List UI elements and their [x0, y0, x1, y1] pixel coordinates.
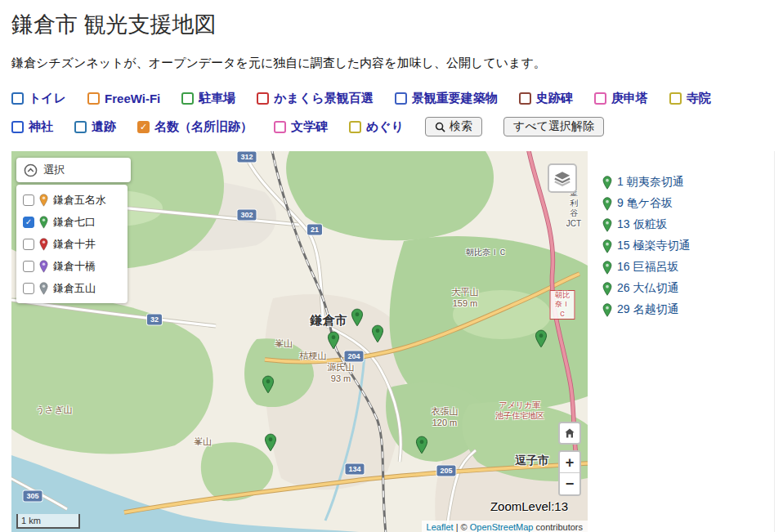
route-label: 29 名越切通	[617, 302, 678, 317]
checkbox[interactable]	[349, 121, 361, 133]
panel-title: 選択	[43, 163, 65, 177]
pin-icon	[602, 218, 612, 232]
map-marker[interactable]	[262, 375, 275, 394]
checkbox[interactable]	[519, 92, 531, 105]
pin-icon	[39, 260, 48, 273]
route-label: 15 極楽寺切通	[617, 239, 690, 253]
filter-label: 文学碑	[291, 119, 328, 135]
filter-parking[interactable]: 駐車場	[181, 91, 235, 106]
filter-freewifi[interactable]: FreeWi-Fi	[87, 92, 160, 105]
clear-selection-button[interactable]: すべて選択解除	[503, 117, 604, 136]
filter-label: 庚申塔	[611, 91, 648, 106]
road-badge: 21	[307, 225, 322, 235]
checkbox[interactable]	[23, 239, 34, 250]
layer-nanakuchi[interactable]: 鎌倉七口	[16, 211, 128, 233]
scale-control: 1 km	[16, 514, 80, 529]
chevron-up-circle-icon	[24, 163, 38, 177]
home-button[interactable]	[558, 422, 581, 445]
map-attribution: Leaflet | © OpenStreetMap contributors	[422, 521, 588, 532]
filter-label: 寺院	[687, 91, 711, 106]
checkbox[interactable]	[23, 194, 34, 206]
map-marker[interactable]	[372, 324, 384, 343]
checkbox[interactable]	[23, 283, 34, 294]
layer-panel-toggle[interactable]: 選択	[16, 158, 131, 182]
checkbox[interactable]	[11, 121, 24, 133]
filter-bar: トイレ FreeWi-Fi 駐車場 かまくら景観百選 景観重要建築物 史跡碑 庚…	[11, 91, 772, 136]
filter-historic-monument[interactable]: 史跡碑	[519, 91, 573, 106]
zoom-out-button[interactable]: −	[560, 473, 579, 494]
filter-label: トイレ	[29, 91, 66, 106]
layers-control[interactable]	[548, 163, 577, 193]
map-marker[interactable]	[328, 331, 340, 350]
route-label: 9 亀ケ谷坂	[617, 196, 673, 211]
road-badge: 302	[237, 210, 256, 221]
zoom-in-button[interactable]: +	[560, 452, 579, 473]
route-item[interactable]: 16 巨福呂坂	[602, 257, 774, 278]
map-label-kamariya-jct: 釜利谷JCT	[566, 188, 581, 229]
layer-jissei[interactable]: 鎌倉十井	[16, 233, 128, 255]
pin-icon	[602, 239, 612, 253]
route-label: 1 朝夷奈切通	[617, 175, 684, 190]
map-label-kikyozan: 桔梗山	[300, 351, 327, 362]
pin-icon	[602, 197, 612, 211]
map-marker[interactable]	[535, 329, 548, 348]
checkbox[interactable]	[137, 121, 150, 133]
checkbox[interactable]	[181, 92, 194, 105]
map-label-usagiyama: うさぎ山	[36, 405, 73, 416]
filter-koshinto[interactable]: 庚申塔	[594, 91, 648, 106]
route-list: 1 朝夷奈切通 9 亀ケ谷坂 13 仮粧坂 15 極楽寺切通 16 巨福呂坂 2…	[602, 151, 775, 532]
page: 鎌倉市 観光支援地図 鎌倉シチズンネットが、オープンデータを元に独自に調査した内…	[0, 0, 783, 532]
route-item[interactable]: 15 極楽寺切通	[602, 235, 774, 257]
filter-label: かまくら景観百選	[274, 91, 373, 106]
route-item[interactable]: 1 朝夷奈切通	[602, 172, 774, 193]
map-label-kamakura: 鎌倉市	[311, 313, 347, 329]
checkbox[interactable]	[23, 261, 34, 272]
filter-meisu[interactable]: 名数（名所旧跡）	[137, 119, 253, 135]
filter-ruins[interactable]: 遺跡	[74, 119, 116, 135]
layer-gozan[interactable]: 鎌倉五山	[16, 277, 128, 299]
osm-link[interactable]: OpenStreetMap	[470, 522, 534, 532]
pin-icon	[39, 282, 48, 295]
filter-meguri[interactable]: めぐり	[349, 119, 404, 135]
route-item[interactable]: 29 名越切通	[602, 299, 774, 320]
checkbox[interactable]	[594, 92, 606, 105]
layer-gomeisui[interactable]: 鎌倉五名水	[16, 189, 128, 211]
checkbox[interactable]	[74, 121, 87, 133]
filter-literary-monument[interactable]: 文学碑	[274, 119, 328, 135]
filter-label: 名数（名所旧跡）	[154, 119, 253, 135]
checkbox[interactable]	[395, 92, 407, 105]
filter-temple[interactable]: 寺院	[669, 91, 711, 106]
map-marker[interactable]	[265, 433, 277, 452]
checkbox[interactable]	[257, 92, 269, 105]
map[interactable]: 鎌倉市 逗子市 大平山 159 m 朝比奈ＩＣ 朝比奈ＩＣ 衣張山 120 m …	[11, 151, 588, 532]
filter-shrine[interactable]: 神社	[11, 119, 53, 135]
map-marker[interactable]	[416, 436, 428, 454]
checkbox[interactable]	[87, 92, 100, 105]
filter-scenic100[interactable]: かまくら景観百選	[257, 91, 373, 106]
map-label-ikego-housing: アメリカ軍 池子住宅地区	[495, 400, 544, 421]
pin-icon	[602, 303, 612, 317]
road-badge: 204	[344, 351, 363, 362]
filter-landmark-building[interactable]: 景観重要建築物	[395, 91, 498, 106]
checkbox[interactable]	[669, 92, 682, 105]
map-marker[interactable]	[351, 308, 364, 327]
route-item[interactable]: 9 亀ケ谷坂	[602, 193, 774, 214]
checkbox[interactable]	[274, 121, 286, 133]
checkbox[interactable]	[11, 92, 24, 105]
home-icon	[563, 427, 576, 440]
search-icon	[435, 122, 445, 132]
zoom-control: + −	[558, 450, 581, 496]
search-button[interactable]: 検索	[425, 117, 482, 136]
route-label: 13 仮粧坂	[617, 217, 667, 232]
page-subtitle: 鎌倉シチズンネットが、オープンデータを元に独自に調査した内容を加味し、公開してい…	[11, 56, 783, 71]
pin-icon	[602, 261, 612, 275]
checkbox[interactable]	[23, 217, 34, 228]
map-label-mineyama-2: 峯山	[194, 436, 212, 448]
layer-jukkyo[interactable]: 鎌倉十橋	[16, 255, 128, 277]
route-item[interactable]: 26 大仏切通	[602, 278, 774, 299]
filter-label: 駐車場	[199, 91, 235, 106]
filter-toilet[interactable]: トイレ	[11, 91, 66, 106]
route-label: 26 大仏切通	[617, 281, 678, 296]
leaflet-link[interactable]: Leaflet	[427, 522, 454, 532]
route-item[interactable]: 13 仮粧坂	[602, 214, 774, 235]
